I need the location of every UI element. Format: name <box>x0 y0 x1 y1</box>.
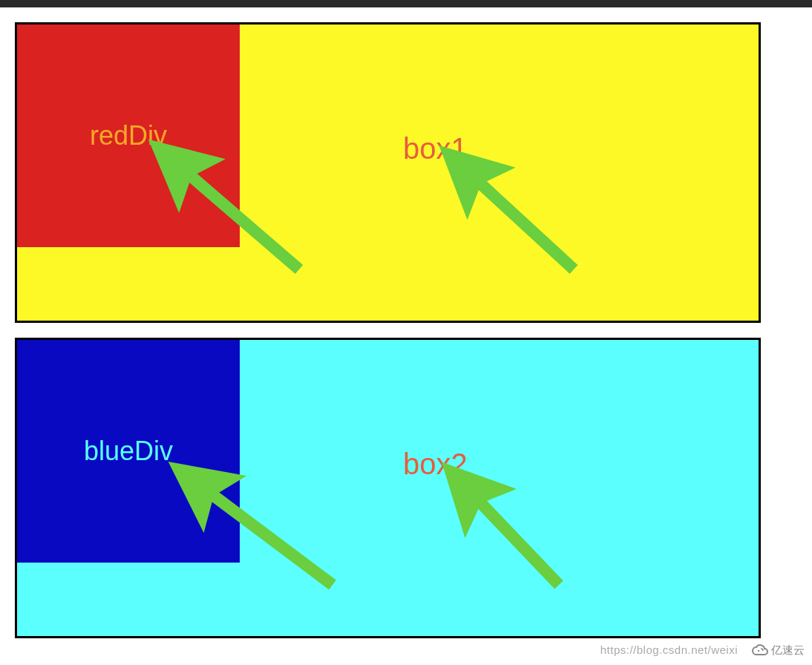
svg-line-3 <box>481 184 574 269</box>
blue-div-label: blueDiv <box>84 436 173 467</box>
svg-point-8 <box>758 650 759 652</box>
svg-line-7 <box>481 503 559 585</box>
box2-label: box2 <box>403 448 468 481</box>
browser-top-bar <box>0 0 812 7</box>
arrow-to-box1-label <box>455 162 603 298</box>
arrow-to-box2-label <box>455 481 603 618</box>
watermark-logo-text: 亿速云 <box>771 643 805 658</box>
box1-container: redDiv box1 <box>15 22 761 323</box>
red-div: redDiv <box>17 24 240 247</box>
content-area: redDiv box1 <box>0 7 812 665</box>
red-div-label: redDiv <box>90 120 167 151</box>
box1-label: box1 <box>403 132 468 166</box>
watermark-logo: 亿速云 <box>751 641 805 659</box>
box2-container: blueDiv box2 <box>15 338 761 638</box>
cloud-icon <box>751 641 769 659</box>
blue-div: blueDiv <box>17 340 240 563</box>
watermark-url: https://blog.csdn.net/weixi <box>600 643 738 656</box>
